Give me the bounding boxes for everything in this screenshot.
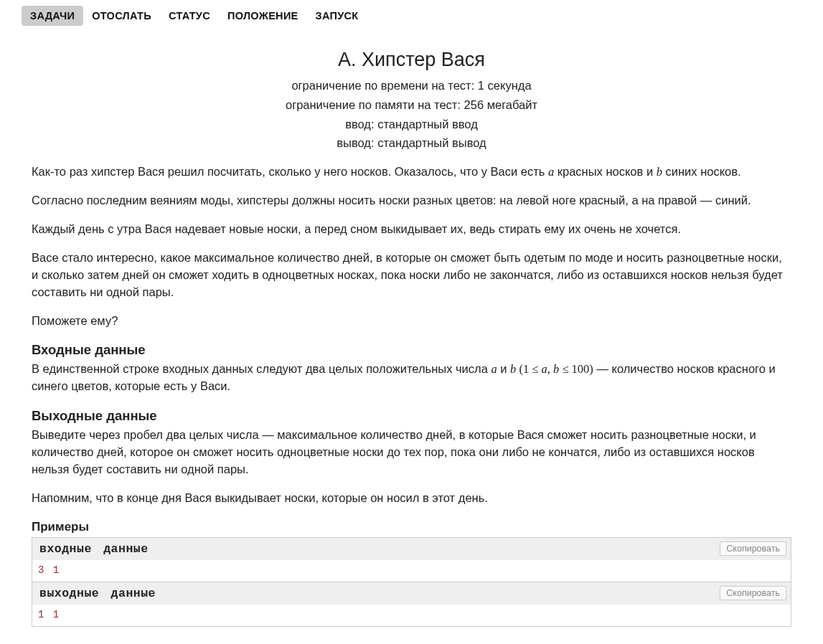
example-output-data: 1 1 [32,605,791,626]
statement-p2: Согласно последним веяниям моды, хипстер… [32,192,791,209]
example-output-head: выходные данные Скопировать [32,582,791,605]
output-spec-2: Напомним, что в конце дня Вася выкидывае… [32,490,791,507]
problem-content: A. Хипстер Вася ограничение по времени н… [0,26,823,640]
paren-open: ( [516,362,523,376]
input-header: Входные данные [32,342,791,358]
tab-submit[interactable]: ОТОСЛАТЬ [83,6,160,26]
example-output-label: выходные данные [37,585,159,602]
constraint: 1 ≤ a, b ≤ 100 [523,362,589,376]
text: Как-то раз хипстер Вася решил посчитать,… [32,165,548,178]
var-b: b [657,165,662,179]
statement-p1: Как-то раз хипстер Вася решил посчитать,… [32,164,791,181]
example-output-box: выходные данные Скопировать 1 1 [32,582,791,627]
output-mode: вывод: стандартный вывод [32,134,791,152]
copy-input-button[interactable]: Скопировать [720,541,786,556]
statement-p3: Каждый день с утра Вася надевает новые н… [32,221,791,238]
example-input-box: входные данные Скопировать 3 1 [32,537,791,582]
input-mode: ввод: стандартный ввод [32,115,791,133]
example-input-label: входные данные [37,541,151,557]
input-spec: В единственной строке входных данных сле… [32,361,791,395]
text: В единственной строке входных данных сле… [32,362,491,375]
copy-output-button[interactable]: Скопировать [720,586,786,600]
output-spec-1: Выведите через пробел два целых числа — … [32,427,791,478]
tab-tasks[interactable]: ЗАДАЧИ [22,6,83,26]
text: красных носков и [554,165,656,178]
statement-p5: Поможете ему? [32,313,791,330]
tab-status[interactable]: СТАТУС [160,6,219,26]
var-a: a [548,165,554,179]
example-input-data: 3 1 [32,560,791,582]
text: и [497,362,510,375]
limits-block: ограничение по времени на тест: 1 секунд… [32,77,791,152]
time-limit: ограничение по времени на тест: 1 секунд… [32,77,791,95]
top-nav: ЗАДАЧИ ОТОСЛАТЬ СТАТУС ПОЛОЖЕНИЕ ЗАПУСК [0,0,823,26]
tab-standings[interactable]: ПОЛОЖЕНИЕ [219,6,307,26]
problem-title: A. Хипстер Вася [32,49,791,71]
memory-limit: ограничение по памяти на тест: 256 мегаб… [32,96,791,114]
text: синих носков. [662,165,741,178]
statement-p4: Васе стало интересно, какое максимальное… [32,250,791,301]
examples-header: Примеры [32,520,791,534]
tab-run[interactable]: ЗАПУСК [307,6,367,26]
example-input-head: входные данные Скопировать [32,538,791,560]
output-header: Выходные данные [32,408,791,424]
var-a: a [491,362,497,376]
